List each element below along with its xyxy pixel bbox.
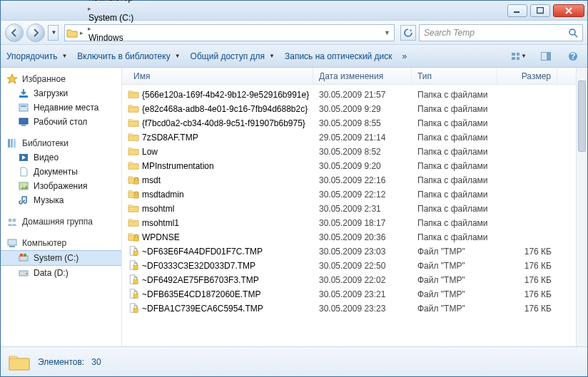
sidebar-group-head[interactable]: Избранное xyxy=(1,72,121,86)
file-row[interactable]: 7zSD8AF.TMP29.05.2009 21:14Папка с файла… xyxy=(122,130,587,145)
svg-rect-15 xyxy=(21,125,26,126)
svg-rect-17 xyxy=(11,139,13,148)
svg-text:?: ? xyxy=(570,51,575,61)
scrollbar-thumb[interactable] xyxy=(578,81,586,152)
sidebar-item[interactable]: Недавние места xyxy=(1,100,121,115)
folder-icon xyxy=(128,132,139,144)
sidebar-group-head[interactable]: Библиотеки xyxy=(1,136,121,150)
col-date[interactable]: Дата изменения xyxy=(313,68,412,84)
file-type: Папка с файлами xyxy=(412,118,497,128)
toolbar-overflow[interactable]: » xyxy=(402,51,407,61)
organize-menu[interactable]: Упорядочить▼ xyxy=(6,51,67,61)
file-list[interactable]: Имя Дата изменения Тип Размер {566e120a-… xyxy=(122,68,587,346)
file-row[interactable]: {f7bcd0a2-cb34-40d8-9c51-f91907b6b975}30… xyxy=(122,116,587,130)
chevron-right-icon[interactable]: ▸ xyxy=(86,25,93,32)
file-row[interactable]: Low30.05.2009 8:52Папка с файлами xyxy=(122,145,587,159)
file-type: Папка с файлами xyxy=(412,161,497,171)
breadcrumb-segment[interactable]: System (C:) xyxy=(86,13,136,23)
breadcrumb-segment[interactable]: Windows xyxy=(86,33,136,43)
breadcrumb-segment[interactable]: Компьютер xyxy=(86,0,136,3)
maximize-button[interactable] xyxy=(530,4,550,17)
music-icon xyxy=(18,195,29,206)
close-button[interactable] xyxy=(553,4,584,17)
file-row[interactable]: {e82c468a-adb8-4e01-9c16-7fb94d688b2c}30… xyxy=(122,102,587,116)
file-row[interactable]: {566e120a-169f-4b42-9b12-9e52916b991e}30… xyxy=(122,88,587,102)
sidebar-group-head[interactable]: Домашняя группа xyxy=(1,215,121,229)
file-date: 30.05.2009 8:52 xyxy=(313,147,412,157)
sidebar-item[interactable]: Изображения xyxy=(1,179,121,193)
address-bar[interactable]: ▸ Компьютер▸System (C:)▸Windows▸Temp▸ ▼ xyxy=(64,24,395,41)
file-row[interactable]: msdtadmin30.05.2009 22:12Папка с файлами xyxy=(122,187,587,202)
include-library-menu[interactable]: Включить в библиотеку▼ xyxy=(77,51,180,61)
burn-button[interactable]: Запись на оптический диск xyxy=(285,51,392,61)
file-row[interactable]: ~DF0333C3E32D033D7.TMP30.05.2009 22:50Фа… xyxy=(122,259,587,273)
svg-rect-26 xyxy=(19,256,28,261)
col-type[interactable]: Тип xyxy=(412,68,497,84)
homegroup-icon xyxy=(6,216,18,227)
svg-rect-5 xyxy=(512,57,515,60)
file-row[interactable]: msohtml30.05.2009 2:31Папка с файлами xyxy=(122,202,587,216)
explorer-window: ▼ ▸ Компьютер▸System (C:)▸Windows▸Temp▸ … xyxy=(0,0,588,377)
file-date: 30.05.2009 23:21 xyxy=(313,289,412,299)
sidebar-item[interactable]: System (C:) xyxy=(1,250,121,266)
recent-dropdown[interactable]: ▼ xyxy=(48,25,59,41)
file-row[interactable]: WPDNSE30.05.2009 20:36Папка с файлами xyxy=(122,230,587,244)
col-size[interactable]: Размер xyxy=(497,68,557,84)
file-name: msohtml1 xyxy=(142,218,179,228)
file-row[interactable]: MPInstrumentation30.05.2009 9:20Папка с … xyxy=(122,159,587,173)
view-button[interactable]: ▼ xyxy=(510,48,527,64)
svg-rect-16 xyxy=(8,139,10,148)
col-name[interactable]: Имя xyxy=(122,68,313,84)
file-name: ~DFB635E4CD1872060E.TMP xyxy=(142,289,260,299)
address-dropdown[interactable]: ▼ xyxy=(382,29,392,36)
column-headers[interactable]: Имя Дата изменения Тип Размер xyxy=(122,68,587,85)
drive-icon xyxy=(18,252,29,264)
share-menu[interactable]: Общий доступ для▼ xyxy=(191,51,275,61)
back-button[interactable] xyxy=(5,24,24,42)
file-row[interactable]: ~DFB635E4CD1872060E.TMP30.05.2009 23:21Ф… xyxy=(122,287,587,301)
file-row[interactable]: ~DFBA1C739ECA6C5954.TMP30.05.2009 23:23Ф… xyxy=(122,301,587,316)
file-name: msohtml xyxy=(142,204,174,214)
svg-rect-36 xyxy=(133,279,138,283)
file-icon xyxy=(128,274,139,286)
svg-rect-27 xyxy=(20,254,23,257)
svg-rect-0 xyxy=(514,11,519,13)
chevron-right-icon[interactable]: ▸ xyxy=(86,5,93,12)
file-type: Папка с файлами xyxy=(412,175,497,185)
help-button[interactable]: ? xyxy=(564,48,582,64)
sidebar-item[interactable]: Рабочий стол xyxy=(1,115,121,129)
file-type: Файл "TMP" xyxy=(412,289,497,299)
folder-icon xyxy=(128,118,139,130)
sidebar[interactable]: ИзбранноеЗагрузкиНедавние местаРабочий с… xyxy=(1,68,122,346)
file-row[interactable]: ~DF63E6F4A4DFD01F7C.TMP30.05.2009 23:03Ф… xyxy=(122,244,587,259)
preview-pane-button[interactable] xyxy=(537,48,554,64)
file-date: 30.05.2009 22:16 xyxy=(313,175,412,185)
file-date: 30.05.2009 18:17 xyxy=(313,218,412,228)
folder-icon xyxy=(128,175,139,187)
search-input[interactable]: Search Temp xyxy=(419,24,583,41)
refresh-button[interactable] xyxy=(400,25,416,41)
file-row[interactable]: msohtml130.05.2009 18:17Папка с файлами xyxy=(122,216,587,230)
sidebar-item[interactable]: Data (D:) xyxy=(1,266,121,280)
sidebar-item[interactable]: Видео xyxy=(1,150,121,165)
file-row[interactable]: ~DF6492AE75FB6703F3.TMP30.05.2009 22:02Ф… xyxy=(122,273,587,287)
svg-rect-38 xyxy=(133,308,138,311)
sidebar-item[interactable]: Загрузки xyxy=(1,86,121,100)
file-type: Файл "TMP" xyxy=(412,247,497,257)
sidebar-item[interactable]: Музыка xyxy=(1,193,121,207)
file-icon xyxy=(128,260,139,272)
sidebar-item[interactable]: Документы xyxy=(1,165,121,179)
file-type: Папка с файлами xyxy=(412,218,497,228)
vertical-scrollbar[interactable] xyxy=(576,68,587,346)
minimize-button[interactable] xyxy=(507,4,527,17)
video-icon xyxy=(18,152,29,163)
file-date: 30.05.2009 22:02 xyxy=(313,275,412,285)
file-date: 30.05.2009 21:57 xyxy=(313,90,412,100)
file-type: Файл "TMP" xyxy=(412,304,497,314)
drive-icon xyxy=(18,267,29,279)
svg-point-22 xyxy=(9,219,12,222)
chevron-right-icon[interactable]: ▸ xyxy=(78,29,86,36)
sidebar-group-head[interactable]: Компьютер xyxy=(1,236,121,250)
file-row[interactable]: msdt30.05.2009 22:16Папка с файлами xyxy=(122,173,587,187)
forward-button[interactable] xyxy=(26,24,45,42)
